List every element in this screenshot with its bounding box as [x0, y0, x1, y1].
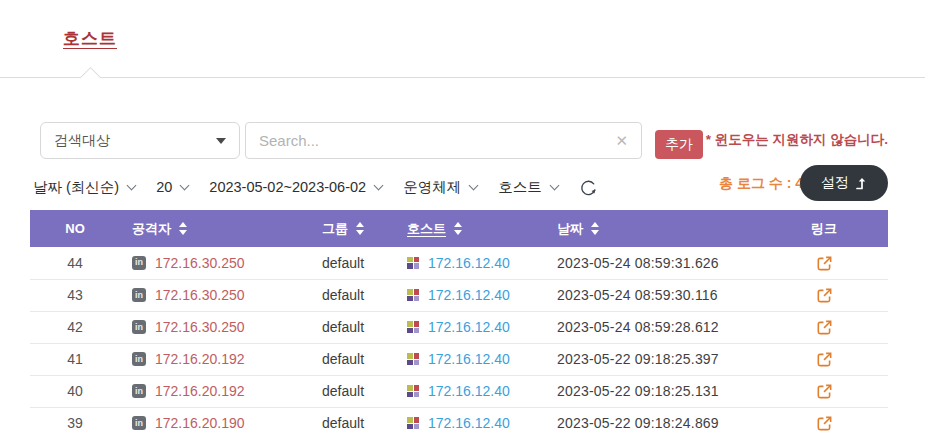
attacker-ip-link[interactable]: 172.16.20.192: [155, 351, 245, 367]
host-ip-link[interactable]: 172.16.12.40: [428, 319, 510, 335]
search-target-select[interactable]: 검색대상: [40, 122, 240, 159]
row-no: 44: [30, 247, 120, 279]
attacker-ip-link[interactable]: 172.16.30.250: [155, 319, 245, 335]
host-cell: 172.16.12.40: [395, 247, 545, 279]
refresh-icon: [579, 178, 598, 197]
host-os-icon: [407, 417, 419, 429]
column-header-group[interactable]: 그룹: [310, 210, 395, 247]
column-header-no: NO: [30, 210, 120, 247]
link-cell: [760, 311, 888, 343]
chevron-down-icon: [127, 180, 137, 190]
attacker-os-icon: in: [132, 288, 146, 302]
caret-down-icon: [216, 138, 226, 144]
host-os-icon: [407, 257, 419, 269]
external-link-button[interactable]: [816, 255, 833, 272]
column-header-host[interactable]: 호스트: [395, 210, 545, 247]
link-cell: [760, 407, 888, 438]
level-up-arrow-icon: [856, 177, 867, 190]
sort-order-dropdown[interactable]: 날짜 (최신순): [33, 178, 135, 197]
attacker-cell: in 172.16.20.190: [120, 407, 310, 438]
page-size-dropdown[interactable]: 20: [156, 179, 188, 195]
search-input[interactable]: [259, 132, 615, 149]
host-filter-label: 호스트: [498, 178, 542, 197]
group-cell: default: [310, 407, 395, 438]
host-ip-link[interactable]: 172.16.12.40: [428, 383, 510, 399]
external-link-button[interactable]: [816, 415, 833, 432]
group-cell: default: [310, 343, 395, 375]
table-row: 39 in 172.16.20.190 default 172.16.12.40…: [30, 407, 888, 438]
attacker-cell: in 172.16.30.250: [120, 279, 310, 311]
sort-arrows-icon: [591, 222, 599, 235]
search-box: ✕: [245, 122, 642, 159]
table-row: 43 in 172.16.30.250 default 172.16.12.40…: [30, 279, 888, 311]
windows-not-supported-notice: * 윈도우는 지원하지 않습니다.: [706, 131, 888, 149]
link-cell: [760, 247, 888, 279]
attacker-cell: in 172.16.30.250: [120, 247, 310, 279]
attacker-os-icon: in: [132, 384, 146, 398]
attacker-ip-link[interactable]: 172.16.30.250: [155, 255, 245, 271]
row-no: 43: [30, 279, 120, 311]
table-body: 44 in 172.16.30.250 default 172.16.12.40…: [30, 247, 888, 438]
external-link-icon: [816, 383, 833, 400]
add-button[interactable]: 추가: [655, 130, 703, 159]
attacker-os-icon: in: [132, 256, 146, 270]
external-link-button[interactable]: [816, 319, 833, 336]
attacker-ip-link[interactable]: 172.16.20.190: [155, 415, 245, 431]
os-label: 운영체제: [403, 178, 461, 197]
sort-arrows-icon: [454, 222, 462, 235]
column-header-attacker[interactable]: 공격자: [120, 210, 310, 247]
date-cell: 2023-05-22 09:18:24.869: [545, 407, 760, 438]
table-row: 42 in 172.16.30.250 default 172.16.12.40…: [30, 311, 888, 343]
attacker-ip-link[interactable]: 172.16.20.192: [155, 383, 245, 399]
host-ip-link[interactable]: 172.16.12.40: [428, 287, 510, 303]
os-dropdown[interactable]: 운영체제: [403, 178, 477, 197]
chevron-down-icon: [549, 180, 559, 190]
header-divider: [0, 77, 925, 78]
host-ip-link[interactable]: 172.16.12.40: [428, 255, 510, 271]
total-log-label: 총 로그 수 :: [719, 175, 795, 191]
settings-button[interactable]: 설정: [800, 165, 888, 201]
attacker-os-icon: in: [132, 352, 146, 366]
attacker-ip-link[interactable]: 172.16.30.250: [155, 287, 245, 303]
clear-search-icon[interactable]: ✕: [615, 133, 628, 148]
attacker-cell: in 172.16.20.192: [120, 343, 310, 375]
host-filter-dropdown[interactable]: 호스트: [498, 178, 558, 197]
column-header-date[interactable]: 날짜: [545, 210, 760, 247]
page-size-label: 20: [156, 179, 172, 195]
link-cell: [760, 343, 888, 375]
search-target-value: 검색대상: [54, 132, 110, 150]
host-ip-link[interactable]: 172.16.12.40: [428, 351, 510, 367]
date-cell: 2023-05-24 08:59:30.116: [545, 279, 760, 311]
host-cell: 172.16.12.40: [395, 311, 545, 343]
external-link-icon: [816, 255, 833, 272]
group-cell: default: [310, 375, 395, 407]
host-ip-link[interactable]: 172.16.12.40: [428, 415, 510, 431]
chevron-down-icon: [180, 180, 190, 190]
chevron-down-icon: [374, 180, 384, 190]
page-title[interactable]: 호스트: [63, 27, 117, 50]
date-cell: 2023-05-22 09:18:25.131: [545, 375, 760, 407]
filter-bar: 날짜 (최신순) 20 2023-05-02~2023-06-02 운영체제 호…: [33, 176, 598, 198]
settings-button-label: 설정: [821, 174, 849, 192]
host-os-icon: [407, 353, 419, 365]
external-link-button[interactable]: [816, 287, 833, 304]
sort-order-label: 날짜 (최신순): [33, 178, 119, 197]
external-link-icon: [816, 415, 833, 432]
sort-arrows-icon: [356, 222, 364, 235]
attacker-os-icon: in: [132, 320, 146, 334]
row-no: 40: [30, 375, 120, 407]
external-link-button[interactable]: [816, 351, 833, 368]
attacker-cell: in 172.16.30.250: [120, 311, 310, 343]
date-range-dropdown[interactable]: 2023-05-02~2023-06-02: [209, 179, 382, 195]
external-link-button[interactable]: [816, 383, 833, 400]
external-link-icon: [816, 319, 833, 336]
host-os-icon: [407, 385, 419, 397]
table-row: 44 in 172.16.30.250 default 172.16.12.40…: [30, 247, 888, 279]
row-no: 42: [30, 311, 120, 343]
active-tab-notch: [80, 67, 101, 88]
refresh-button[interactable]: [579, 178, 598, 197]
table-header-row: NO 공격자 그룹 호스트 날짜: [30, 210, 888, 247]
link-cell: [760, 375, 888, 407]
host-cell: 172.16.12.40: [395, 279, 545, 311]
row-no: 41: [30, 343, 120, 375]
